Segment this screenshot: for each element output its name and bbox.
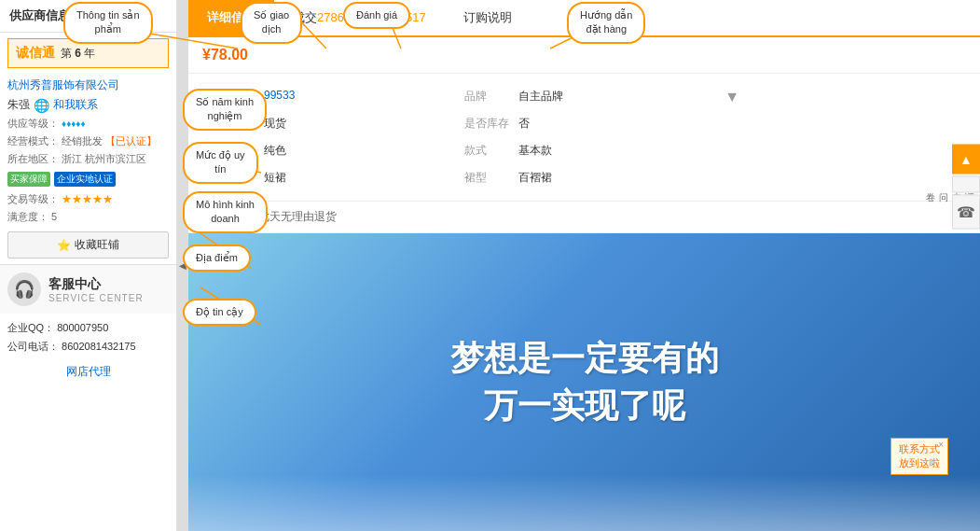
contact-row: 朱强 🌐 和我联系: [0, 95, 176, 115]
company-name[interactable]: 杭州秀普服饰有限公司: [0, 74, 176, 95]
service-text: 客服中心 SERVICE CENTER: [48, 276, 144, 303]
banner-line1: 梦想是一定要有的: [450, 335, 719, 382]
contact-popup-line1: 联系方式: [899, 442, 940, 456]
field-style: 款式 基本款: [457, 137, 711, 164]
location-row: 所在地区： 浙江 杭州市滨江区: [0, 150, 176, 168]
content-area: 详细信息 成交2786 评价517 订购说明 ¥78.00 货号 99533: [188, 0, 980, 531]
chengxin-box: 诚信通 第 6 年: [7, 38, 169, 68]
skirt-length-value: 短裙: [264, 170, 286, 186]
chengxin-years: 第 6 年: [61, 46, 95, 62]
source-value: 现货: [264, 116, 286, 132]
field-skirt-length: 裙长 短裙: [202, 164, 457, 191]
guarantee-row: 买家保障 企业实地认证: [0, 168, 176, 190]
skirt-type-value: 百褶裙: [518, 170, 552, 186]
collect-btn[interactable]: ⭐ 收藏旺铺: [7, 231, 169, 259]
pattern-value: 纯色: [264, 143, 286, 159]
supplier-level-label: 供应等级：: [7, 118, 59, 129]
contact-name: 朱强: [7, 97, 30, 113]
sidebar: 供应商信息 诚信通 第 6 年 杭州秀普服饰有限公司 朱强 🌐 和我联系 供应等…: [0, 0, 177, 531]
field-item-number: 货号 99533: [202, 83, 457, 110]
certified-badge: 【已认证】: [105, 135, 157, 147]
buyer-guarantee-badge: 买家保障: [7, 172, 50, 187]
return-policy-text: 该产品支持七天无理由退货: [202, 210, 337, 223]
contact-info: 企业QQ： 800007950 公司电话： 8602081432175: [0, 314, 176, 362]
business-mode-value: 经销批发: [62, 135, 103, 147]
sidebar-header: 供应商信息: [0, 0, 176, 33]
contact-popup-line2: 放到这啦: [899, 456, 940, 470]
banner-line2: 万一实现了呢: [450, 383, 719, 429]
stock-value: 否: [518, 116, 530, 132]
field-brand: 品牌 自主品牌: [457, 83, 711, 110]
qq-row: 企业QQ： 800007950: [7, 319, 169, 338]
tab-review[interactable]: 评价517: [363, 0, 445, 35]
phone-row: 公司电话： 8602081432175: [7, 338, 169, 356]
return-policy-row: 该产品支持七天无理由退货: [188, 202, 980, 233]
phone-btn[interactable]: ☎: [952, 195, 980, 230]
location-label: 所在地区：: [7, 153, 59, 164]
style-value: 基本款: [518, 143, 552, 159]
satisfaction-row: 满意度： 5: [0, 208, 176, 226]
inquiry-btn[interactable]: 调查问卷: [952, 176, 980, 193]
scroll-up-btn[interactable]: ▲: [952, 145, 980, 175]
brand-value: 自主品牌: [518, 89, 563, 105]
service-center: 🎧 客服中心 SERVICE CENTER: [0, 264, 176, 314]
banner-cloud: [188, 475, 980, 531]
tab-detail[interactable]: 详细信息: [188, 0, 274, 35]
phone-label: 公司电话：: [7, 341, 59, 352]
contact-popup-close[interactable]: ×: [938, 440, 944, 450]
collect-icon: ⭐: [57, 239, 71, 252]
enterprise-badge: 企业实地认证: [54, 172, 116, 187]
item-number-value[interactable]: 99533: [264, 89, 295, 105]
collect-label: 收藏旺铺: [75, 237, 119, 253]
qq-label: 企业QQ：: [7, 322, 54, 333]
satisfaction-value: 5: [51, 211, 57, 222]
detail-content: ¥78.00 货号 99533 品牌 自主品牌 ▼ 货源类别 现货: [188, 37, 980, 531]
agent-link[interactable]: 网店代理: [0, 362, 176, 382]
right-float-panel: ▲ 调查问卷 ☎: [952, 145, 980, 230]
headset-icon: 🎧: [7, 272, 41, 306]
service-title: 客服中心: [48, 276, 144, 293]
contact-popup: × 联系方式 放到这啦: [890, 438, 948, 475]
phone-value: 8602081432175: [62, 341, 136, 352]
price-value: ¥78.00: [202, 47, 248, 63]
business-mode-label: 经营模式：: [7, 135, 59, 147]
contact-link[interactable]: 和我联系: [53, 97, 98, 113]
sidebar-toggle[interactable]: ◀: [177, 0, 188, 531]
business-mode-row: 经营模式： 经销批发 【已认证】: [0, 133, 176, 150]
field-pattern: 图案 纯色: [202, 137, 457, 164]
tab-deals[interactable]: 成交2786: [274, 0, 363, 35]
qq-value: 800007950: [57, 322, 108, 333]
diamond-icons: ♦♦♦♦♦: [62, 119, 86, 129]
tab-order[interactable]: 订购说明: [445, 0, 531, 35]
satisfaction-label: 满意度：: [7, 211, 48, 222]
scroll-indicator[interactable]: ▼: [711, 83, 739, 110]
service-subtitle: SERVICE CENTER: [48, 293, 144, 303]
banner-text: 梦想是一定要有的 万一实现了呢: [450, 335, 719, 429]
product-info-grid: 货号 99533 品牌 自主品牌 ▼ 货源类别 现货 是否库存 否: [188, 74, 980, 202]
trade-level-label: 交易等级：: [7, 193, 59, 204]
price-row: ¥78.00: [188, 37, 980, 74]
field-skirt-type: 裙型 百褶裙: [457, 164, 711, 191]
field-source: 货源类别 现货: [202, 110, 457, 137]
banner-area: 梦想是一定要有的 万一实现了呢: [188, 233, 980, 531]
chengxin-logo: 诚信通: [16, 45, 55, 62]
location-value: 浙江 杭州市滨江区: [62, 153, 146, 164]
supplier-level-row: 供应等级： ♦♦♦♦♦: [0, 115, 176, 133]
trade-stars: ★★★★★: [62, 193, 113, 204]
tabs-bar: 详细信息 成交2786 评价517 订购说明: [188, 0, 980, 37]
trade-level-row: 交易等级： ★★★★★: [0, 190, 176, 208]
field-stock: 是否库存 否: [457, 110, 711, 137]
